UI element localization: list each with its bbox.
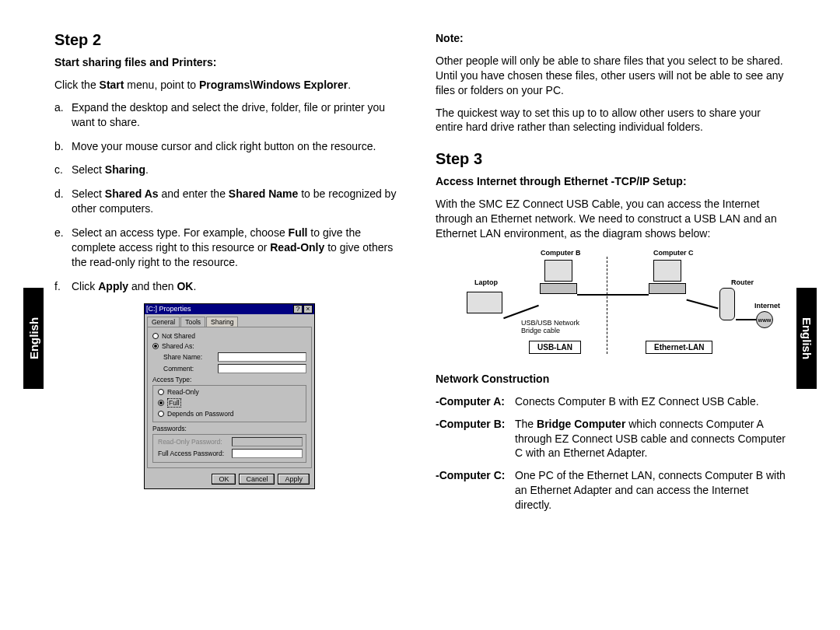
note-para1: Other people will only be able to share …	[436, 54, 786, 98]
step3-intro: With the SMC EZ Connect USB Cable, you c…	[436, 197, 786, 241]
cancel-button[interactable]: Cancel	[239, 474, 275, 485]
full-password-field[interactable]	[232, 449, 303, 458]
box-ethernet-lan: Ethernet-LAN	[646, 341, 712, 354]
radio-full[interactable]	[158, 400, 164, 406]
label-bridge-cable: USB/USB Network Bridge cable	[521, 319, 591, 334]
router-icon	[719, 288, 735, 320]
computer-c-icon	[653, 260, 681, 282]
label-router: Router	[731, 278, 754, 286]
properties-dialog: [C:] Properties ? × General Tools Sharin…	[144, 303, 315, 489]
globe-icon: WWW	[756, 311, 773, 328]
tab-tools[interactable]: Tools	[180, 317, 205, 327]
radio-notshared[interactable]	[152, 333, 159, 339]
label-computer-c: Computer C	[653, 249, 694, 257]
radio-readonly[interactable]	[158, 389, 164, 395]
diagram-divider	[607, 257, 607, 354]
access-type-group: Read-Only Full Depends on Password	[152, 385, 306, 422]
page-content: Step 2 Start sharing files and Printers:…	[0, 0, 840, 520]
def-computer-b: -Computer B: The Bridge Computer which c…	[436, 417, 786, 461]
definitions: -Computer A: Conects Computer B with EZ …	[436, 394, 786, 513]
dialog-tabs: General Tools Sharing	[145, 314, 314, 327]
step2-heading: Step 2	[54, 31, 404, 49]
tab-sharing[interactable]: Sharing	[206, 317, 238, 327]
left-column: Step 2 Start sharing files and Printers:…	[54, 31, 404, 520]
help-icon[interactable]: ?	[293, 305, 303, 313]
label-computer-b: Computer B	[541, 249, 581, 257]
side-tab-right: English	[796, 288, 817, 389]
note-heading: Note:	[436, 31, 786, 46]
step3-heading: Step 3	[436, 150, 786, 168]
step2-intro: Click the Start menu, point to Programs\…	[54, 78, 404, 93]
laptop-icon	[467, 292, 502, 313]
def-computer-c: -Computer C: One PC of the Ethernet LAN,…	[436, 468, 786, 513]
label-laptop: Laptop	[474, 278, 498, 286]
side-tab-label: English	[27, 317, 40, 359]
computer-c-base-icon	[649, 283, 686, 294]
step2-list: a.Expand the desktop and select the driv…	[54, 100, 404, 294]
dialog-title: [C:] Properties	[146, 305, 191, 313]
def-computer-a: -Computer A: Conects Computer B with EZ …	[436, 394, 786, 409]
radio-depends[interactable]	[158, 411, 164, 417]
step3-subheading: Access Internet through Ethernet -TCP/IP…	[436, 174, 786, 189]
step2-subheading: Start sharing files and Printers:	[54, 55, 404, 70]
computer-b-base-icon	[540, 283, 577, 294]
side-tab-left: English	[23, 288, 44, 389]
tab-general[interactable]: General	[147, 317, 180, 327]
apply-button[interactable]: Apply	[278, 474, 310, 485]
right-column: Note: Other people will only be able to …	[436, 31, 786, 520]
dialog-body: Not Shared Shared As: Share Name: Commen…	[147, 327, 312, 468]
note-para2: The quickest way to set this up to to al…	[436, 106, 786, 135]
box-usb-lan: USB-LAN	[529, 341, 581, 354]
passwords-group: Read-Only Password: Full Access Password…	[152, 434, 306, 463]
computer-b-icon	[544, 260, 572, 282]
dialog-titlebar: [C:] Properties ? ×	[145, 304, 314, 314]
label-internet: Internet	[754, 302, 780, 310]
network-diagram: Computer B Computer C Laptop Router Inte…	[443, 249, 778, 366]
network-construction-heading: Network Construction	[436, 372, 786, 387]
side-tab-label: English	[800, 317, 814, 359]
sharename-field[interactable]	[218, 352, 306, 362]
comment-field[interactable]	[218, 364, 306, 373]
ro-password-field	[232, 437, 303, 446]
close-icon[interactable]: ×	[303, 305, 313, 313]
ok-button[interactable]: OK	[212, 474, 236, 485]
dialog-buttons: OK Cancel Apply	[145, 471, 314, 488]
radio-sharedas[interactable]	[152, 343, 159, 349]
